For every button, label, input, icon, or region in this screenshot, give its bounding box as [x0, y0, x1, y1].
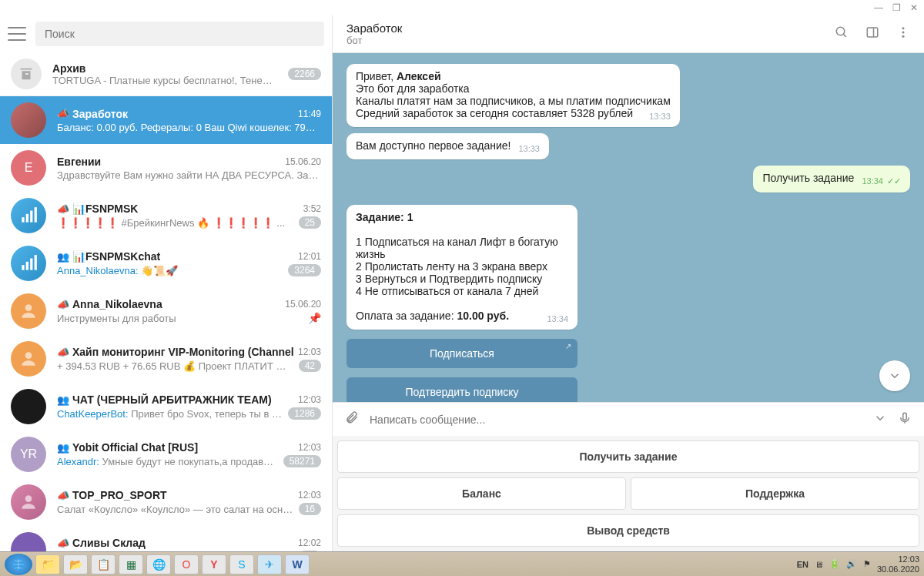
inline-button-confirm[interactable]: Подтвердить подписку	[346, 377, 578, 402]
taskbar-app-skype[interactable]: S	[229, 554, 254, 574]
message-input[interactable]	[370, 414, 862, 426]
chat-list-item[interactable]: 📣Хайп мониторинг VIP-Monitoring (Channel…	[0, 335, 332, 383]
chat-item-title: 📣📊FSNPMSK	[57, 203, 138, 215]
group-icon: 👥	[57, 442, 69, 454]
group-icon: 👥	[57, 251, 69, 263]
message-incoming: Вам доступно первое задание! 13:33	[346, 133, 549, 159]
keyboard-button-withdraw[interactable]: Вывод средств	[337, 514, 919, 547]
chat-item-title: 📣Хайп мониторинг VIP-Monitoring (Channel…	[57, 346, 293, 358]
channel-icon: 📣	[57, 108, 69, 119]
message-input-row	[333, 402, 924, 436]
chat-list-item[interactable]: YR👥Yobit Official Chat [RUS]12:03Alexand…	[0, 430, 332, 478]
chat-list-item[interactable]: 📣📊FSNPMSK3:52❗❗❗❗❗ #БрейкингNews 🔥 ❗❗❗❗❗…	[0, 192, 332, 239]
maximize-button[interactable]: ❐	[892, 2, 901, 13]
tray-icon[interactable]: 🔊	[846, 559, 857, 569]
svg-point-17	[902, 35, 905, 38]
search-icon[interactable]	[835, 25, 849, 42]
taskbar-app-word[interactable]: W	[285, 554, 310, 574]
keyboard-button-support[interactable]: Поддержка	[631, 477, 919, 510]
taskbar-app-excel[interactable]: ▦	[119, 554, 143, 574]
search-input[interactable]	[35, 22, 324, 46]
taskbar-app-yandex[interactable]: Y	[202, 554, 226, 574]
svg-rect-3	[35, 207, 37, 223]
chat-list: 📣Заработок11:49Баланс: 0.00 руб. Реферал…	[0, 96, 332, 551]
inline-button-subscribe[interactable]: Подписаться ↗	[346, 339, 578, 368]
microphone-icon[interactable]	[898, 411, 912, 428]
pin-icon: 📌	[308, 312, 321, 324]
chat-list-item[interactable]: 📣Anna_Nikolaevna15.06.20Инструменты для …	[0, 287, 332, 335]
chat-list-item[interactable]: 📣TOP_PRO_SPORT12:03Салат «Коулсло» «Коул…	[0, 478, 332, 526]
unread-badge: 42	[299, 360, 321, 372]
chat-item-title: 📣Anna_Nikolaevna	[57, 298, 162, 310]
svg-point-10	[25, 495, 32, 502]
chat-list-item[interactable]: 👥ЧАТ (ЧЕРНЫЙ АРБИТРАЖНИК TEAM)12:03ChatK…	[0, 383, 332, 430]
avatar	[11, 389, 46, 424]
svg-rect-13	[867, 28, 878, 37]
chat-item-title: Евгении	[57, 156, 101, 168]
sidebar-toggle-icon[interactable]	[865, 25, 879, 42]
avatar: YR	[11, 437, 46, 472]
taskbar-clock[interactable]: 12:03 30.06.2020	[877, 554, 919, 573]
minimize-button[interactable]: —	[874, 2, 883, 13]
window-controls: — ❐ ✕	[0, 0, 924, 15]
avatar	[11, 341, 46, 377]
start-button[interactable]	[5, 554, 32, 575]
channel-icon: 📣	[57, 203, 69, 215]
taskbar-app-chrome[interactable]: 🌐	[146, 554, 171, 574]
avatar: Е	[11, 150, 46, 186]
command-menu-icon[interactable]	[873, 411, 887, 428]
chat-item-subtitle: Баланс: 0.00 руб. Рефералы: 0 Ваш Qiwi к…	[57, 122, 321, 133]
messages-area: Привет, Алексей Это бот для заработка Ка…	[333, 53, 924, 402]
chat-item-time: 12:03	[298, 442, 321, 453]
chat-item-title: 👥ЧАТ (ЧЕРНЫЙ АРБИТРАЖНИК TEAM)	[57, 393, 272, 406]
svg-point-16	[902, 32, 905, 34]
chat-item-title: 👥Yobit Official Chat [RUS]	[57, 441, 198, 454]
chat-item-subtitle: Инструменты для работы	[57, 313, 303, 324]
chat-list-item[interactable]: 📣Сливы Склад12:02Фотография. Автор: Мари…	[0, 526, 332, 551]
chat-item-subtitle: Anna_Nikolaevna: 👋📜🚀	[57, 265, 283, 276]
unread-badge: 25	[299, 216, 321, 229]
chat-item-subtitle: Салат «Коулсло» «Коулсло» — это салат на…	[57, 504, 294, 515]
message-incoming: Задание: 1 1 Подписаться на канал Лифт в…	[346, 205, 578, 330]
attach-icon[interactable]	[345, 410, 359, 428]
menu-icon[interactable]	[8, 27, 26, 41]
group-icon: 👥	[57, 394, 69, 406]
archive-title: Архив	[52, 62, 277, 75]
chat-list-item[interactable]: 📣Заработок11:49Баланс: 0.00 руб. Реферал…	[0, 96, 332, 144]
svg-rect-6	[30, 259, 32, 270]
archive-badge: 2266	[288, 68, 321, 80]
scroll-down-button[interactable]	[879, 360, 910, 391]
avatar	[11, 532, 46, 551]
archive-row[interactable]: Архив TORTUGA - Платные курсы бесплатно!…	[0, 52, 332, 96]
tray-icon[interactable]: 🖥	[815, 560, 823, 569]
message-time: 13:34 ✓✓	[862, 176, 901, 186]
taskbar-app-opera[interactable]: O	[174, 554, 199, 574]
keyboard-button-get-task[interactable]: Получить задание	[337, 440, 919, 473]
taskbar-app-explorer[interactable]: 📂	[63, 554, 88, 574]
message-time: 13:33	[518, 144, 540, 153]
keyboard-button-balance[interactable]: Баланс	[337, 477, 626, 510]
chat-list-item[interactable]: ЕЕвгении15.06.20Здравствуйте Вам нужно з…	[0, 144, 332, 192]
chat-item-subtitle: ChatKeeperBot: Привет бро Svox, теперь т…	[57, 408, 283, 420]
taskbar-app-totalcmd[interactable]: 📁	[35, 554, 60, 574]
chat-item-time: 12:03	[298, 490, 321, 501]
bot-keyboard: Получить задание Баланс Поддержка Вывод …	[333, 436, 924, 551]
chat-list-item[interactable]: 👥📊FSNPMSKchat12:01Anna_Nikolaevna: 👋📜🚀32…	[0, 239, 332, 287]
taskbar-app-telegram[interactable]: ✈	[257, 554, 282, 574]
more-icon[interactable]	[896, 25, 910, 42]
tray-icon[interactable]: 🔋	[829, 559, 840, 569]
chat-item-time: 12:01	[298, 251, 321, 262]
chat-item-time: 11:49	[298, 109, 321, 119]
channel-icon: 📣	[57, 537, 69, 549]
chat-item-subtitle: Alexandr: Умные будут не покупать,а прод…	[57, 456, 279, 467]
taskbar-app-notepad[interactable]: 📋	[91, 554, 116, 574]
chat-item-subtitle: + 394.53 RUB + 76.65 RUB 💰 Проект ПЛАТИТ…	[57, 360, 294, 372]
tray-icon[interactable]: ⚑	[863, 559, 871, 569]
chat-item-title: 👥📊FSNPMSKchat	[57, 250, 160, 263]
chat-header-title: Заработок	[346, 22, 402, 35]
close-button[interactable]: ✕	[910, 2, 918, 13]
taskbar-language[interactable]: EN	[797, 560, 808, 569]
svg-point-15	[902, 27, 905, 29]
svg-point-9	[25, 352, 32, 359]
avatar	[11, 484, 46, 520]
